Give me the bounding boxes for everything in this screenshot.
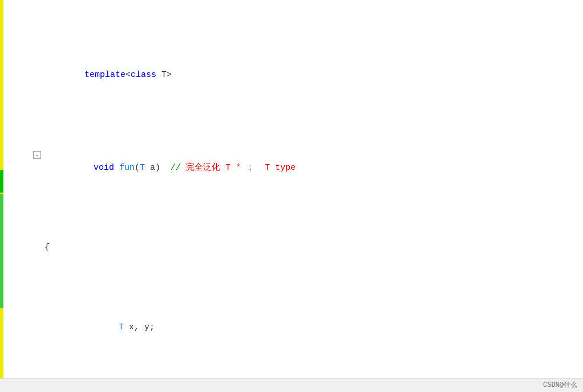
green-block-1 <box>0 170 3 193</box>
code-line: T x, y; <box>67 308 578 348</box>
bottom-bar: CSDN@什么 <box>0 378 583 392</box>
code-line: { <box>44 241 578 255</box>
code-line: - void fun(T a) // 完全泛化 T * ； T type <box>33 148 578 188</box>
fold-icon[interactable]: - <box>33 151 41 159</box>
code-line: template<class T> <box>33 55 578 95</box>
keyword-template: template <box>84 70 125 80</box>
watermark: CSDN@什么 <box>543 380 577 391</box>
gutter <box>0 0 29 378</box>
code-area: template<class T> - void fun(T a) // 完全泛… <box>0 0 583 378</box>
editor-container: template<class T> - void fun(T a) // 完全泛… <box>0 0 583 392</box>
green-block-2 <box>0 194 3 308</box>
code-content: template<class T> - void fun(T a) // 完全泛… <box>29 0 583 378</box>
